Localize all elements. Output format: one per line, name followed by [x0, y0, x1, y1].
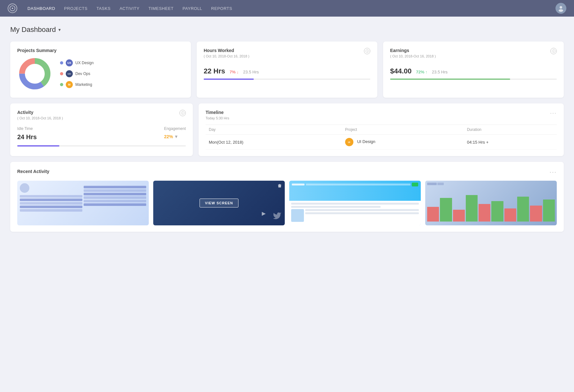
idle-time-value: 24 Hrs — [17, 133, 37, 141]
legend-item-marketing: M Marketing — [60, 81, 94, 88]
screenshots-grid: VIEW SCREEN ▶ — [17, 181, 557, 225]
legend-item-ux: UX UX Design — [60, 59, 94, 66]
idle-time-label: Idle Time — [17, 126, 37, 131]
view-screen-button[interactable]: VIEW SCREEN — [200, 199, 238, 207]
earnings-card: ⓘ Earnings ( Oct 10, 2018-Oct 16, 2018 )… — [383, 41, 564, 98]
hours-subtitle: ( Oct 10, 2018-Oct 16, 2018 ) — [204, 54, 370, 58]
engagement-section: Engagement 22% ▾ — [164, 126, 186, 141]
project-dot: UI — [345, 138, 353, 146]
idle-time-section: Idle Time 24 Hrs — [17, 126, 37, 141]
nav-item-reports[interactable]: REPORTS — [211, 5, 232, 12]
screenshot-2[interactable]: VIEW SCREEN ▶ — [153, 181, 285, 225]
timeline-menu[interactable]: ··· — [550, 110, 557, 117]
screenshot-1[interactable] — [17, 181, 149, 225]
engagement-value: 22% — [164, 134, 173, 139]
recent-activity-menu[interactable]: ··· — [549, 168, 557, 176]
timeline-table: Day Project Duration Mon(Oct 12, 2018) U… — [206, 124, 557, 150]
thumb3-body — [289, 201, 421, 225]
cursor-indicator: ▶ — [262, 210, 266, 216]
donut-container: UX UX Design </> Dev Ops M Marketing — [17, 56, 184, 91]
legend-label-ux: UX Design — [75, 61, 94, 65]
legend-icon-marketing: M — [66, 81, 73, 88]
thumb3-content — [289, 181, 421, 225]
earnings-subtitle: ( Oct 10, 2018-Oct 16, 2018 ) — [390, 54, 557, 58]
hours-metric-row: 22 Hrs 7% ↓ 23.5 Hrs — [204, 67, 370, 75]
legend: UX UX Design </> Dev Ops M Marketing — [60, 59, 94, 88]
recent-activity-card: Recent Activity ··· — [10, 162, 564, 232]
thumb3-img — [291, 209, 304, 222]
activity-title: Activity — [17, 110, 186, 115]
thumb2-delete[interactable] — [277, 183, 282, 189]
legend-label-marketing: Marketing — [75, 82, 92, 87]
earnings-info-icon[interactable]: ⓘ — [550, 48, 557, 54]
hours-secondary: 23.5 Hrs — [243, 70, 259, 74]
activity-info-icon[interactable]: ⓘ — [179, 110, 186, 116]
thumb3-btn — [412, 183, 418, 186]
legend-label-devops: Dev Ops — [75, 72, 90, 76]
activity-progress-wrap — [17, 145, 186, 147]
avatar[interactable] — [555, 3, 566, 14]
col-duration: Duration — [464, 125, 557, 135]
page-title-row: My Dashboard ▾ — [10, 26, 564, 34]
hours-change: 7% ↓ — [230, 70, 238, 74]
cell-project: UI UI Design — [342, 135, 464, 150]
page-title: My Dashboard — [10, 26, 56, 34]
screenshot-3[interactable] — [289, 181, 421, 225]
activity-progress-fill — [17, 145, 59, 147]
recent-activity-title: Recent Activity — [17, 169, 49, 174]
nav-item-payroll[interactable]: PAYROLL — [183, 5, 202, 12]
svg-point-1 — [12, 8, 13, 9]
legend-dot-ux — [60, 61, 63, 64]
svg-point-8 — [26, 65, 43, 82]
earnings-title: Earnings — [390, 48, 557, 53]
activity-card: ⓘ Activity ( Oct 10, 2018-Oct 16, 2018 )… — [10, 103, 193, 156]
nav-items: DASHBOARD PROJECTS TASKS ACTIVITY TIMESH… — [27, 5, 545, 12]
hours-main-value: 22 Hrs — [204, 67, 225, 75]
legend-dot-devops — [60, 72, 63, 75]
timeline-title: Timeline — [206, 110, 557, 115]
thumb3-content-row — [291, 209, 419, 222]
cell-duration: 04:15 Hrs + — [464, 135, 557, 150]
twitter-icon — [273, 211, 282, 222]
nav-item-tasks[interactable]: TASKS — [96, 5, 110, 12]
legend-dot-marketing — [60, 83, 63, 86]
earnings-secondary: 23.5 Hrs — [432, 70, 448, 74]
svg-point-2 — [560, 6, 562, 9]
engagement-value-row: 22% ▾ — [164, 133, 186, 139]
legend-icon-ux: UX — [66, 59, 73, 66]
nav-item-timesheet[interactable]: TIMESHEET — [148, 5, 174, 12]
nav-item-projects[interactable]: PROJECTS — [64, 5, 87, 12]
svg-point-3 — [559, 9, 563, 12]
activity-subtitle: ( Oct 10, 2018-Oct 16, 2018 ) — [17, 116, 186, 120]
screenshot-4[interactable] — [425, 181, 557, 225]
hours-progress-wrap — [204, 79, 370, 80]
thumb3-nav — [306, 184, 411, 185]
dashboard-dropdown[interactable]: ▾ — [58, 27, 61, 32]
earnings-main-value: $44.00 — [390, 67, 412, 75]
cell-day: Mon(Oct 12, 2018) — [206, 135, 342, 150]
hours-info-icon[interactable]: ⓘ — [364, 48, 370, 54]
projects-summary-title: Projects Summary — [17, 48, 184, 53]
earnings-change-arrow: ↑ — [425, 70, 427, 74]
nav-item-dashboard[interactable]: DASHBOARD — [27, 5, 55, 12]
earnings-metric-row: $44.00 72% ↑ 23.5 Hrs — [390, 67, 557, 75]
earnings-progress-wrap — [390, 79, 557, 80]
legend-icon-devops: </> — [66, 70, 73, 77]
recent-header: Recent Activity ··· — [17, 168, 557, 176]
activity-metrics: Idle Time 24 Hrs Engagement 22% ▾ — [17, 126, 186, 141]
thumb1-content — [17, 181, 149, 225]
main-content: My Dashboard ▾ Projects Summary — [0, 17, 574, 241]
timeline-card: ··· Timeline Today 5:30 Hrs Day Project … — [199, 103, 564, 156]
nav-logo[interactable] — [8, 4, 17, 13]
bar-chart-mini — [427, 189, 555, 222]
top-row-grid: Projects Summary — [10, 41, 564, 98]
col-day: Day — [206, 125, 342, 135]
legend-item-devops: </> Dev Ops — [60, 70, 94, 77]
table-row: Mon(Oct 12, 2018) UI UI Design 04:15 Hrs… — [206, 135, 557, 150]
hours-worked-card: ⓘ Hours Worked ( Oct 10, 2018-Oct 16, 20… — [197, 41, 377, 98]
thumb3-logo — [292, 184, 305, 185]
thumb3-text — [305, 209, 419, 222]
navbar: DASHBOARD PROJECTS TASKS ACTIVITY TIMESH… — [0, 0, 574, 17]
nav-item-activity[interactable]: ACTIVITY — [119, 5, 140, 12]
hours-change-arrow: ↓ — [237, 70, 239, 74]
